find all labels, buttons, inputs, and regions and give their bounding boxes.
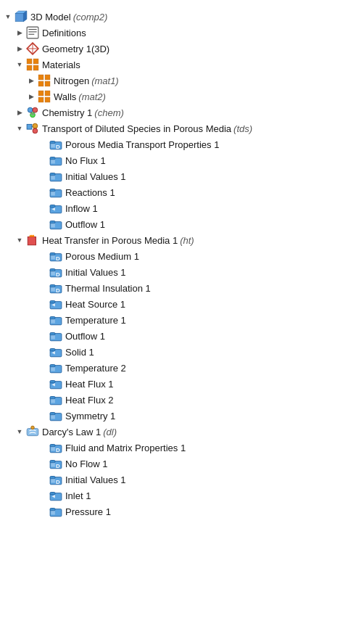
svg-rect-14	[38, 75, 44, 80]
svg-rect-21	[45, 97, 50, 102]
svg-rect-28	[27, 124, 32, 129]
tree-item-definitions[interactable]: Definitions	[0, 25, 364, 41]
label-italic-nitrogen: (mat1)	[91, 76, 119, 86]
tree-item-temperature-1[interactable]: Temperature 1	[0, 312, 364, 328]
svg-rect-103	[50, 493, 55, 495]
tree-item-temperature-2[interactable]: Temperature 2	[0, 360, 364, 376]
tree-item-initial-values-3[interactable]: D Initial Values 1	[0, 472, 364, 488]
tree-item-transport[interactable]: Transport of Diluted Species in Porous M…	[0, 120, 364, 136]
svg-text:D: D	[56, 479, 60, 485]
label-walls: Walls	[54, 92, 76, 102]
3dmodel-icon	[15, 10, 28, 23]
arrow-down-icon[interactable]	[3, 12, 13, 22]
tree-item-porous-media-transport[interactable]: D Porous Media Transport Properties 1	[0, 136, 364, 152]
blue-folder-icon	[49, 218, 62, 231]
tree-item-heat-source[interactable]: Heat Source 1	[0, 296, 364, 312]
svg-rect-95	[50, 461, 55, 463]
definitions-icon	[26, 26, 39, 39]
tree-item-heat-transfer[interactable]: Heat Transfer in Porous Media 1(ht)	[0, 232, 364, 248]
label-inflow-1: Inflow 1	[65, 204, 98, 213]
tree-item-outflow-2[interactable]: Outflow 1	[0, 328, 364, 344]
svg-rect-71	[50, 333, 55, 335]
arrow-down-icon[interactable]	[15, 427, 25, 437]
tree-item-pressure-1[interactable]: Pressure 1	[0, 503, 364, 519]
tree-item-no-flux[interactable]: No Flux 1	[0, 152, 364, 168]
svg-rect-11	[33, 59, 38, 64]
tree-item-walls[interactable]: Walls(mat2)	[0, 89, 364, 104]
label-nitrogen: Nitrogen	[54, 76, 89, 86]
arrow-right-icon[interactable]	[15, 107, 25, 118]
arrow-down-icon[interactable]	[15, 123, 25, 133]
label-heat-transfer: Heat Transfer in Porous Media 1	[42, 236, 178, 245]
svg-rect-62	[51, 287, 55, 292]
label-outflow-1: Outflow 1	[65, 220, 105, 229]
svg-rect-78	[51, 367, 55, 371]
label-temperature-1: Temperature 1	[65, 316, 126, 325]
arrow-right-icon[interactable]	[26, 75, 36, 86]
arrow-right-icon[interactable]	[26, 91, 36, 102]
svg-point-29	[33, 123, 38, 128]
label-inlet-1: Inlet 1	[65, 491, 91, 501]
tree-item-outflow-1[interactable]: Outflow 1	[0, 216, 364, 232]
tree-item-inflow-1[interactable]: Inflow 1	[0, 200, 364, 216]
tree-item-heat-flux-2[interactable]: Heat Flux 2	[0, 392, 364, 408]
tree-item-heat-flux-1[interactable]: Heat Flux 1	[0, 376, 364, 392]
svg-rect-106	[50, 509, 55, 511]
label-initial-values-1: Initial Values 1	[65, 172, 126, 181]
tree-item-inlet-1[interactable]: Inlet 1	[0, 488, 364, 503]
svg-rect-38	[51, 160, 55, 164]
tree-item-solid-1[interactable]: Solid 1	[0, 344, 364, 360]
label-heat-flux-1: Heat Flux 1	[65, 379, 113, 389]
tree-item-reactions-1[interactable]: Reactions 1	[0, 184, 364, 200]
arrow-down-icon[interactable]	[15, 235, 25, 245]
svg-rect-58	[51, 271, 55, 276]
tree-item-nitrogen[interactable]: Nitrogen(mat1)	[0, 73, 364, 89]
tree-item-darcys-law[interactable]: Darcy's Law 1(dl)	[0, 424, 364, 440]
tree-item-thermal-insulation[interactable]: D Thermal Insulation 1	[0, 280, 364, 296]
svg-rect-33	[50, 141, 55, 144]
svg-rect-84	[51, 399, 55, 403]
label-porous-medium: Porous Medium 1	[65, 252, 139, 261]
tree-item-chemistry[interactable]: Chemistry 1(chem)	[0, 104, 364, 120]
label-italic-walls: (mat2)	[78, 92, 106, 102]
arrow-right-icon[interactable]	[15, 28, 25, 38]
arrow-right-icon[interactable]	[15, 44, 25, 54]
darcys-icon	[26, 425, 39, 438]
svg-rect-96	[51, 463, 55, 467]
materials-icon	[26, 58, 39, 71]
svg-text:D: D	[56, 271, 60, 278]
svg-point-23	[33, 107, 38, 112]
arrow-down-icon[interactable]	[15, 59, 25, 70]
svg-rect-17	[45, 81, 50, 86]
label-symmetry-1: Symmetry 1	[65, 411, 115, 421]
geometry-icon	[26, 42, 39, 55]
materials-sub-icon	[38, 90, 51, 103]
tree-item-initial-values-2[interactable]: D Initial Values 1	[0, 264, 364, 280]
svg-rect-57	[50, 269, 55, 271]
svg-rect-92	[51, 447, 55, 451]
svg-rect-53	[50, 253, 55, 255]
tree-item-initial-values-1[interactable]: Initial Values 1	[0, 168, 364, 184]
svg-point-22	[28, 107, 33, 112]
tree-item-fluid-matrix[interactable]: D Fluid and Matrix Properties 1	[0, 440, 364, 456]
label-reactions-1: Reactions 1	[65, 188, 115, 197]
svg-rect-69	[51, 319, 55, 324]
svg-rect-12	[27, 65, 32, 70]
svg-rect-37	[50, 157, 55, 160]
tree-item-materials[interactable]: Materials	[0, 57, 364, 73]
svg-rect-107	[51, 511, 55, 515]
transport-icon	[26, 122, 39, 135]
tree-item-symmetry-1[interactable]: Symmetry 1	[0, 408, 364, 424]
tree-item-porous-medium[interactable]: D Porous Medium 1	[0, 248, 364, 264]
svg-rect-15	[45, 75, 50, 80]
blue-folder-d-icon: D	[49, 266, 62, 279]
svg-text:D: D	[56, 447, 60, 453]
label-no-flux: No Flux 1	[65, 156, 106, 165]
tree-item-geometry[interactable]: Geometry 1(3D)	[0, 41, 364, 57]
blue-folder-icon	[49, 505, 62, 518]
tree-item-3dmodel[interactable]: 3D Model(comp2)	[0, 9, 364, 25]
tree-item-no-flow[interactable]: D No Flow 1	[0, 456, 364, 472]
svg-rect-65	[50, 301, 55, 303]
label-pressure-1: Pressure 1	[65, 507, 111, 517]
label-heat-flux-2: Heat Flux 2	[65, 395, 113, 405]
